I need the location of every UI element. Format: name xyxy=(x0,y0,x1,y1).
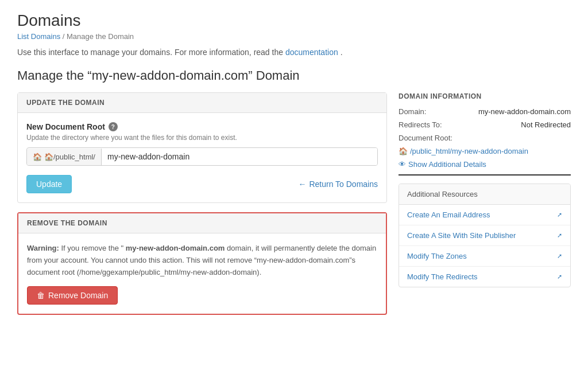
resource-link-email[interactable]: Create An Email Address ➚ xyxy=(399,205,570,225)
eye-icon: 👁 xyxy=(399,160,406,169)
resource-link-modify-zones[interactable]: Modify The Zones ➚ xyxy=(399,246,570,267)
external-link-icon-0: ➚ xyxy=(557,211,562,219)
redirects-value: Not Redirected xyxy=(521,120,571,129)
remove-domain-card-header: REMOVE THE DOMAIN xyxy=(18,213,386,233)
document-root-path: 🏠 /public_html/my-new-addon-domain xyxy=(399,147,571,155)
remove-domain-card: REMOVE THE DOMAIN Warning: If you remove… xyxy=(17,212,387,315)
input-prefix: 🏠 🏠/public_html/ xyxy=(27,149,102,165)
domain-label: Domain: xyxy=(399,107,426,116)
documentation-link[interactable]: documentation xyxy=(285,48,338,57)
update-domain-card-header: UPDATE THE DOMAIN xyxy=(18,93,386,113)
right-column: DOMAIN INFORMATION Domain: my-new-addon-… xyxy=(399,92,571,287)
home-icon: 🏠 xyxy=(33,153,42,161)
trash-icon: 🗑 xyxy=(37,291,45,300)
domain-info-section: DOMAIN INFORMATION Domain: my-new-addon-… xyxy=(399,92,571,176)
domain-info-row-docroot: Document Root: xyxy=(399,134,571,142)
form-actions: Update ← Return To Domains xyxy=(26,175,378,193)
resource-link-site-publisher[interactable]: Create A Site With Site Publisher ➚ xyxy=(399,225,570,246)
external-link-icon-1: ➚ xyxy=(557,232,562,239)
left-column: UPDATE THE DOMAIN New Document Root ? Up… xyxy=(17,92,387,324)
document-root-input[interactable] xyxy=(102,148,377,165)
intro-text: Use this interface to manage your domain… xyxy=(17,48,571,57)
docroot-label: Document Root: xyxy=(399,134,452,142)
resource-link-modify-redirects[interactable]: Modify The Redirects ➚ xyxy=(399,267,570,287)
remove-domain-card-body: Warning: If you remove the " my-new-addo… xyxy=(18,233,386,314)
additional-resources: Additional Resources Create An Email Add… xyxy=(399,184,571,287)
redirects-label: Redirects To: xyxy=(399,120,442,129)
return-to-domains-link[interactable]: ← Return To Domains xyxy=(298,180,378,189)
page-title: Domains xyxy=(17,11,571,30)
domain-info-row-redirects: Redirects To: Not Redirected xyxy=(399,120,571,129)
update-button[interactable]: Update xyxy=(26,175,72,193)
breadcrumb: List Domains / Manage the Domain xyxy=(17,32,571,41)
warning-text: Warning: If you remove the " my-new-addo… xyxy=(27,243,377,278)
arrow-left-icon: ← xyxy=(298,180,306,189)
remove-domain-button[interactable]: 🗑 Remove Domain xyxy=(27,286,118,305)
breadcrumb-separator: / xyxy=(63,32,65,41)
document-root-hint: Update the directory where you want the … xyxy=(26,134,378,142)
home-icon-small: 🏠 xyxy=(399,147,408,155)
document-root-path-link[interactable]: 🏠 /public_html/my-new-addon-domain xyxy=(399,147,571,155)
external-link-icon-3: ➚ xyxy=(557,273,562,280)
breadcrumb-parent-link[interactable]: List Domains xyxy=(17,32,60,41)
help-icon[interactable]: ? xyxy=(109,122,118,131)
domain-heading: Manage the “my-new-addon-domain.com” Dom… xyxy=(17,68,571,83)
update-domain-card: UPDATE THE DOMAIN New Document Root ? Up… xyxy=(17,92,387,203)
update-domain-card-body: New Document Root ? Update the directory… xyxy=(18,113,386,202)
main-layout: UPDATE THE DOMAIN New Document Root ? Up… xyxy=(17,92,571,324)
external-link-icon-2: ➚ xyxy=(557,252,562,260)
document-root-label: New Document Root ? xyxy=(26,122,378,131)
document-root-input-group: 🏠 🏠/public_html/ xyxy=(26,147,378,166)
domain-value: my-new-addon-domain.com xyxy=(478,107,571,116)
domain-info-title: DOMAIN INFORMATION xyxy=(399,92,571,100)
show-additional-details-link[interactable]: 👁 Show Additional Details xyxy=(399,160,571,169)
breadcrumb-current: Manage the Domain xyxy=(67,32,134,41)
additional-resources-header: Additional Resources xyxy=(399,184,570,205)
domain-info-row-domain: Domain: my-new-addon-domain.com xyxy=(399,107,571,116)
